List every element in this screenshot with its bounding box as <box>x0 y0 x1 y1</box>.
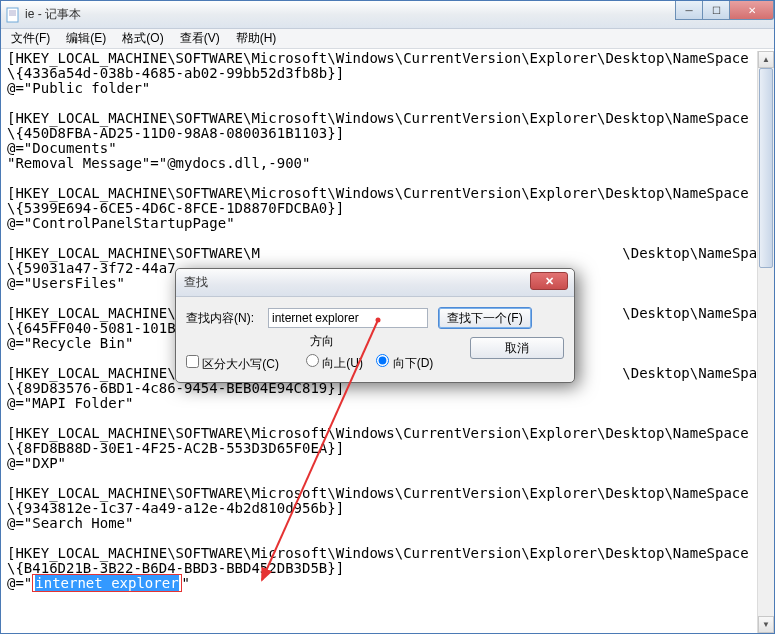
dialog-title: 查找 <box>184 274 208 291</box>
match-case-input[interactable] <box>186 355 199 368</box>
find-next-button[interactable]: 查找下一个(F) <box>438 307 532 329</box>
window-title: ie - 记事本 <box>25 6 81 23</box>
close-button[interactable]: ✕ <box>729 1 774 20</box>
find-dialog: 查找 ✕ 查找内容(N): 查找下一个(F) 取消 方向 向上(U) 向下(D)… <box>175 268 575 383</box>
radio-down-input[interactable] <box>376 354 389 367</box>
find-label: 查找内容(N): <box>186 310 268 327</box>
direction-group: 方向 向上(U) 向下(D) <box>306 333 443 372</box>
cancel-button[interactable]: 取消 <box>470 337 564 359</box>
match-case-checkbox[interactable]: 区分大小写(C) <box>186 357 279 371</box>
maximize-button[interactable]: ☐ <box>702 1 730 20</box>
titlebar[interactable]: ie - 记事本 ─ ☐ ✕ <box>1 1 774 29</box>
found-text-box: internet explorer <box>32 574 181 592</box>
menu-format[interactable]: 格式(O) <box>114 28 171 49</box>
window-controls: ─ ☐ ✕ <box>676 1 774 20</box>
minimize-button[interactable]: ─ <box>675 1 703 20</box>
radio-up[interactable]: 向上(U) <box>306 356 363 370</box>
scroll-thumb[interactable] <box>759 68 773 268</box>
radio-up-input[interactable] <box>306 354 319 367</box>
dialog-body: 查找内容(N): 查找下一个(F) 取消 方向 向上(U) 向下(D) 区分大小… <box>176 297 574 384</box>
menu-file[interactable]: 文件(F) <box>3 28 58 49</box>
find-input[interactable] <box>268 308 428 328</box>
scroll-up-button[interactable]: ▲ <box>758 51 774 68</box>
menu-view[interactable]: 查看(V) <box>172 28 228 49</box>
vertical-scrollbar[interactable]: ▲ ▼ <box>757 51 774 633</box>
scroll-down-button[interactable]: ▼ <box>758 616 774 633</box>
selected-text: internet explorer <box>35 575 178 591</box>
notepad-icon <box>5 7 21 23</box>
radio-down[interactable]: 向下(D) <box>376 356 433 370</box>
dialog-titlebar[interactable]: 查找 ✕ <box>176 269 574 297</box>
menubar: 文件(F) 编辑(E) 格式(O) 查看(V) 帮助(H) <box>1 29 774 49</box>
menu-edit[interactable]: 编辑(E) <box>58 28 114 49</box>
direction-label: 方向 <box>310 333 447 350</box>
menu-help[interactable]: 帮助(H) <box>228 28 285 49</box>
dialog-close-button[interactable]: ✕ <box>530 272 568 290</box>
